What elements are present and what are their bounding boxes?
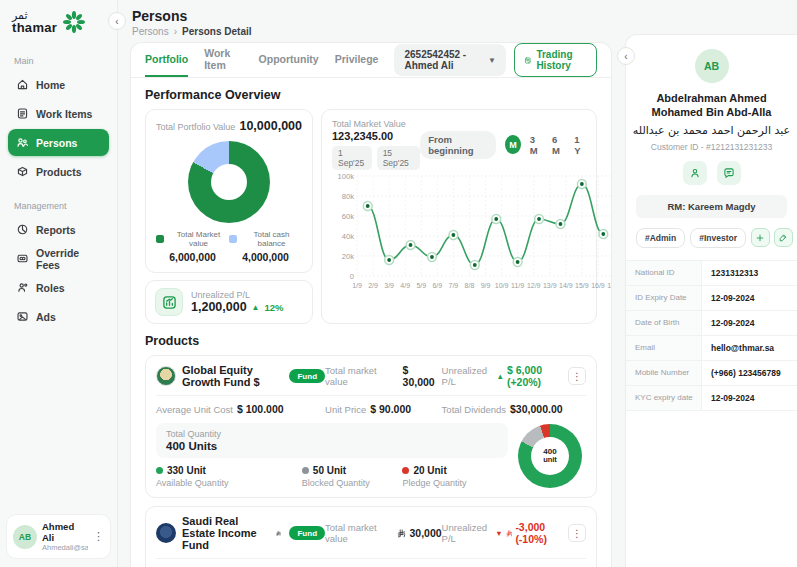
role-person-icon xyxy=(16,281,29,294)
unrealized-pl-value: 1,200,000 xyxy=(191,300,247,314)
svg-text:14/9: 14/9 xyxy=(559,282,573,289)
unrealized-pl-card: Unrealized P/L 1,200,000 ▲ 12% xyxy=(145,280,313,324)
field-row: ID Expiry Date12-09-2024 xyxy=(626,286,797,311)
legend-available: 330 Unit Available Quantity xyxy=(156,465,302,488)
range-month-active[interactable]: M xyxy=(505,135,521,154)
trading-history-label: Trading History xyxy=(536,49,587,71)
nav-section-main: Main xyxy=(14,56,117,66)
breadcrumb-parent[interactable]: Persons xyxy=(132,26,169,37)
tab-privilege[interactable]: Privilege xyxy=(335,43,379,77)
svg-text:12/9: 12/9 xyxy=(527,282,541,289)
field-row: KYC expiry date12-09-2024 xyxy=(626,386,797,411)
svg-text:16/9: 16/9 xyxy=(591,282,605,289)
relationship-manager: RM: Kareem Magdy xyxy=(636,195,787,218)
profile-person-button[interactable] xyxy=(683,161,707,185)
range-6m[interactable]: 6 M xyxy=(552,134,565,156)
product-title: Saudi Real Estate Income Fund xyxy=(182,515,273,551)
add-tag-button[interactable] xyxy=(751,228,770,247)
profile-chat-button[interactable] xyxy=(717,161,741,185)
market-value-chart-card: Total Market Value 123,2345.00 1 Sep'25 … xyxy=(321,109,597,324)
page-title: Persons xyxy=(132,8,611,24)
range-3m[interactable]: 3 M xyxy=(530,134,543,156)
user-name: Ahmed Ali xyxy=(42,521,88,543)
sidebar-item-label: Products xyxy=(36,166,82,178)
sidebar-item-override-fees[interactable]: Override Fees xyxy=(8,245,109,272)
chat-icon xyxy=(723,167,735,179)
legend-dot-blue xyxy=(229,235,237,243)
profile-sidebar: ‹ AB Abdelrahman Ahmed Mohamed Bin Abd-A… xyxy=(625,0,797,567)
sidebar-item-products[interactable]: Products xyxy=(8,158,109,185)
fund-logo-emblem-icon xyxy=(156,523,176,543)
legend-blocked: 50 Unit Blocked Quantity xyxy=(302,465,403,488)
sidebar-item-persons[interactable]: Persons xyxy=(8,129,109,156)
sidebar-collapse-button[interactable]: ‹ xyxy=(108,12,126,30)
chevron-down-icon: ▼ xyxy=(488,56,496,65)
customer-id: Customer ID - #1212131231233 xyxy=(626,142,797,152)
trading-history-button[interactable]: Trading History xyxy=(514,43,597,77)
tab-portfolio[interactable]: Portfolio xyxy=(145,43,188,77)
chevron-left-icon: ‹ xyxy=(624,51,627,62)
pencil-icon xyxy=(778,233,788,243)
tag-investor[interactable]: #Investor xyxy=(690,228,746,248)
sidebar-item-label: Reports xyxy=(36,224,76,236)
sidebar-item-roles[interactable]: Roles xyxy=(8,274,109,301)
left-sidebar: ثمر thamar ‹ Main Home xyxy=(0,0,118,567)
unrealized-pl-change: 12% xyxy=(265,302,284,313)
svg-text:10/9: 10/9 xyxy=(495,282,509,289)
svg-text:20k: 20k xyxy=(342,252,354,261)
person-icon xyxy=(689,167,701,179)
date-to-chip[interactable]: 15 Sep'25 xyxy=(377,146,421,170)
account-select-value: 2652542452 - Ahmed Ali xyxy=(404,49,479,71)
fees-icon xyxy=(16,252,29,265)
sidebar-item-work-items[interactable]: Work Items xyxy=(8,100,109,127)
svg-text:80k: 80k xyxy=(342,192,354,201)
product-menu-button[interactable]: ⋮ xyxy=(568,524,586,542)
ads-image-icon xyxy=(16,310,29,323)
breadcrumb: Persons › Persons Detail xyxy=(132,26,611,37)
main-content: Persons Persons › Persons Detail Portfol… xyxy=(118,0,625,567)
sidebar-item-reports[interactable]: Reports xyxy=(8,216,109,243)
range-from-beginning[interactable]: From beginning xyxy=(420,131,496,159)
user-menu-button[interactable]: ⋮ xyxy=(93,531,104,542)
tab-work-item[interactable]: Work Item xyxy=(204,43,242,77)
riyal-icon xyxy=(276,529,281,538)
account-select[interactable]: 2652542452 - Ahmed Ali ▼ xyxy=(394,44,505,76)
fund-badge: Fund xyxy=(289,526,325,540)
detail-card: Portfolio Work Item Opportunity Privileg… xyxy=(130,42,612,567)
market-value: 123,2345.00 xyxy=(332,130,420,142)
svg-text:15/9: 15/9 xyxy=(607,282,612,289)
profile-collapse-button[interactable]: ‹ xyxy=(617,47,635,65)
field-row: National ID1231312313 xyxy=(626,261,797,286)
avatar: AB xyxy=(13,525,37,549)
fund-logo-globe-icon xyxy=(156,366,176,386)
svg-text:8/8: 8/8 xyxy=(465,282,475,289)
market-value-label: Total Market Value xyxy=(332,119,420,129)
sidebar-item-label: Ads xyxy=(36,311,56,323)
tag-admin[interactable]: #Admin xyxy=(636,228,685,248)
date-from-chip[interactable]: 1 Sep'25 xyxy=(332,146,372,170)
market-line-chart: 020k40k60k80k100k1/92/93/94/95/96/97/98/… xyxy=(332,170,612,292)
brand-logo: ثمر thamar xyxy=(0,0,117,40)
tab-opportunity[interactable]: Opportunity xyxy=(259,43,319,77)
sidebar-item-ads[interactable]: Ads xyxy=(8,303,109,330)
portfolio-value-label: Total Portfolio Value xyxy=(156,122,235,132)
product-card-saudi-real-estate: Saudi Real Estate Income Fund Fund Total… xyxy=(145,506,597,567)
svg-text:60k: 60k xyxy=(342,212,354,221)
brand-name: thamar xyxy=(12,21,57,34)
riyal-icon xyxy=(397,529,406,538)
range-1y[interactable]: 1 Y xyxy=(574,134,586,156)
people-icon xyxy=(16,136,29,149)
riyal-icon xyxy=(506,529,513,538)
up-triangle-icon: ▲ xyxy=(497,372,504,381)
field-row: Date of Birth12-09-2024 xyxy=(626,311,797,336)
edit-button[interactable] xyxy=(774,228,793,247)
svg-text:0: 0 xyxy=(350,272,354,281)
sidebar-item-home[interactable]: Home xyxy=(8,71,109,98)
pie-chart-icon xyxy=(16,223,29,236)
legend-pledge: 20 Unit Pledge Quantity xyxy=(402,465,508,488)
tab-bar: Portfolio Work Item Opportunity Privileg… xyxy=(131,43,611,78)
product-menu-button[interactable]: ⋮ xyxy=(568,367,586,385)
sidebar-user-card[interactable]: AB Ahmed Ali Ahmedali@sarmad.sa ⋮ xyxy=(6,514,111,559)
svg-text:2/9: 2/9 xyxy=(368,282,378,289)
document-icon xyxy=(524,55,532,66)
